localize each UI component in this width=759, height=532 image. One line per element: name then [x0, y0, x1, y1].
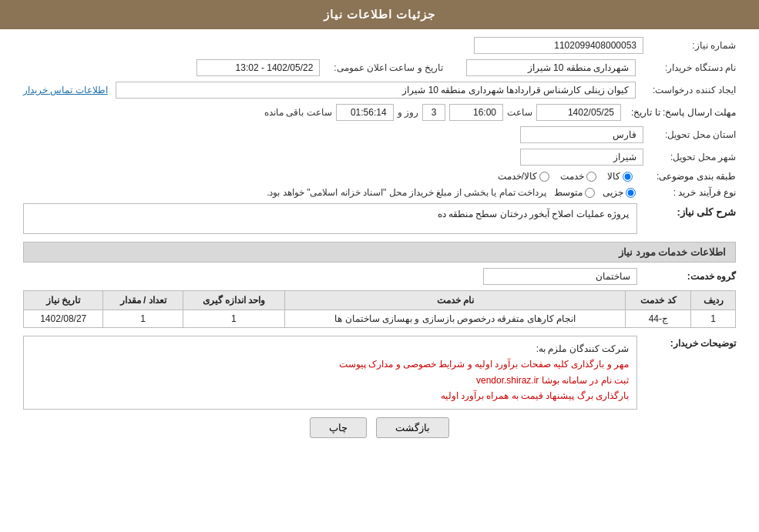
category-kala[interactable]: کالا: [607, 171, 633, 182]
col-radif: ردیف: [691, 291, 736, 310]
deadline-remain: 01:56:14: [336, 104, 394, 121]
deadline-date: 1402/05/25: [536, 104, 621, 121]
table-body: 1 ج-44 انجام کارهای متفرقه درخصوص بازساز…: [24, 310, 736, 328]
need-number-value: 1102099408000053: [474, 37, 643, 54]
purchase-row: نوع فرآیند خرید : جزیی متوسط پرداخت تمام…: [23, 187, 736, 198]
cell-unit: 1: [183, 310, 284, 328]
col-unit: واحد اندازه گیری: [183, 291, 284, 310]
cell-qty: 1: [103, 310, 183, 328]
buyer-notes-label: توضیحات خریدار:: [643, 336, 736, 349]
page-header: جزئیات اطلاعات نیاز: [0, 0, 759, 29]
buttons-row: بازگشت چاپ: [23, 417, 736, 438]
creator-row: ایجاد کننده درخواست: کیوان زینلی کارشناس…: [23, 82, 736, 99]
creator-value: کیوان زینلی کارشناس قراردادها شهرداری من…: [116, 82, 636, 99]
purchase-motovaset-label: متوسط: [554, 187, 583, 198]
category-kala-khedmat-label: کالا/خدمت: [498, 171, 537, 182]
buyer-note-line: مهر و بارگذاری کلیه صفحات برآورد اولیه و…: [32, 356, 629, 372]
page-wrapper: جزئیات اطلاعات نیاز شماره نیاز: 11020994…: [0, 0, 759, 532]
service-group-label: گروه خدمت:: [643, 271, 736, 282]
category-label: طبقه بندی موضوعی:: [643, 171, 736, 182]
creator-contact-link[interactable]: اطلاعات تماس خریدار: [23, 85, 108, 95]
category-row: طبقه بندی موضوعی: کالا خدمت کالا/خدمت: [23, 171, 736, 182]
deadline-time: 16:00: [449, 104, 503, 121]
city-label: شهر محل تحویل:: [643, 152, 736, 162]
buyer-org-value: شهرداری منطقه 10 شیراز: [466, 59, 636, 76]
deadline-row: مهلت ارسال پاسخ: تا تاریخ: 1402/05/25 سا…: [23, 104, 736, 121]
buyer-note-line: بارگذاری برگ پیشنهاد قیمت به همراه برآور…: [32, 388, 629, 403]
buyer-note-line: شرکت کنندگان ملزم به:: [32, 341, 629, 356]
province-row: استان محل تحویل: فارس: [23, 126, 736, 143]
cell-name: انجام کارهای متفرقه درخصوص بازسازی و بهس…: [285, 310, 626, 328]
purchase-jozi-label: جزیی: [603, 187, 623, 198]
deadline-days-label: روز و: [398, 107, 418, 118]
need-number-label: شماره نیاز:: [643, 40, 736, 51]
col-qty: تعداد / مقدار: [103, 291, 183, 310]
service-section-header: اطلاعات خدمات مورد نیاز: [23, 242, 736, 263]
buyer-notes-section: توضیحات خریدار: شرکت کنندگان ملزم به:مهر…: [23, 336, 736, 410]
cell-code: ج-44: [626, 310, 691, 328]
deadline-time-label: ساعت: [507, 107, 532, 118]
need-number-row: شماره نیاز: 1102099408000053: [23, 37, 736, 54]
announce-label: تاریخ و ساعت اعلان عمومی:: [327, 62, 443, 73]
purchase-label: نوع فرآیند خرید :: [643, 187, 736, 198]
description-value: پروژه عملیات اصلاح آبخور درختان سطح منطق…: [23, 203, 637, 234]
deadline-days: 3: [422, 104, 445, 121]
category-khedmat-label: خدمت: [560, 171, 584, 182]
cell-date: 1402/08/27: [24, 310, 103, 328]
col-name: نام خدمت: [285, 291, 626, 310]
announce-value: 1402/05/22 - 13:02: [196, 59, 320, 76]
col-code: کد خدمت: [626, 291, 691, 310]
content-area: شماره نیاز: 1102099408000053 نام دستگاه …: [0, 29, 759, 458]
buyer-org-label: نام دستگاه خریدار:: [643, 62, 736, 73]
category-khedmat[interactable]: خدمت: [560, 171, 596, 182]
purchase-note: پرداخت تمام یا بخشی از مبلغ خریداز محل "…: [267, 187, 546, 198]
deadline-remain-label: ساعت باقی مانده: [264, 107, 332, 118]
print-button[interactable]: چاپ: [310, 417, 367, 438]
table-header-row: ردیف کد خدمت نام خدمت واحد اندازه گیری ت…: [24, 291, 736, 310]
category-kala-label: کالا: [607, 171, 620, 182]
creator-label: ایجاد کننده درخواست:: [643, 85, 736, 95]
category-kala-khedmat[interactable]: کالا/خدمت: [498, 171, 549, 182]
province-value: فارس: [520, 126, 643, 143]
page-title: جزئیات اطلاعات نیاز: [324, 8, 435, 21]
description-section: شرح کلی نیاز: پروژه عملیات اصلاح آبخور د…: [23, 203, 736, 234]
table-row: 1 ج-44 انجام کارهای متفرقه درخصوص بازساز…: [24, 310, 736, 328]
buyer-note-line: ثبت نام در سامانه بوشا vendor.shiraz.ir: [32, 373, 629, 388]
service-group-row: گروه خدمت: ساختمان: [23, 268, 736, 285]
service-group-value: ساختمان: [483, 268, 637, 285]
description-label: شرح کلی نیاز:: [643, 203, 736, 218]
city-value: شیراز: [520, 149, 643, 166]
table-head: ردیف کد خدمت نام خدمت واحد اندازه گیری ت…: [24, 291, 736, 310]
purchase-motovaset[interactable]: متوسط: [554, 187, 595, 198]
items-table: ردیف کد خدمت نام خدمت واحد اندازه گیری ت…: [23, 290, 736, 328]
province-label: استان محل تحویل:: [643, 129, 736, 140]
col-date: تاریخ نیاز: [24, 291, 103, 310]
cell-radif: 1: [691, 310, 736, 328]
purchase-jozi[interactable]: جزیی: [603, 187, 636, 198]
buyer-notes-content: شرکت کنندگان ملزم به:مهر و بارگذاری کلیه…: [23, 336, 637, 410]
back-button[interactable]: بازگشت: [376, 417, 449, 438]
city-row: شهر محل تحویل: شیراز: [23, 149, 736, 166]
announce-row: نام دستگاه خریدار: شهرداری منطقه 10 شیرا…: [23, 59, 736, 76]
deadline-label: مهلت ارسال پاسخ: تا تاریخ:: [625, 107, 736, 118]
